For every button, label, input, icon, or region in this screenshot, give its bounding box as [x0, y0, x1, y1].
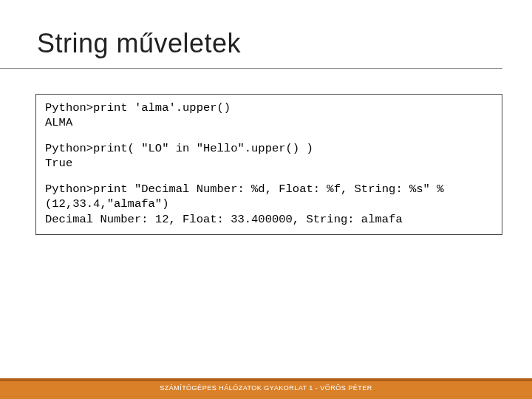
footer: SZÁMÍTÓGÉPES HÁLÓZATOK GYAKORLAT 1 - VÖR…	[0, 378, 532, 399]
code-line: Python>print 'alma'.upper()	[45, 100, 494, 115]
slide: String műveletek Python>print 'alma'.upp…	[0, 0, 532, 399]
code-line: Python>print "Decimal Number: %d, Float:…	[45, 182, 494, 212]
code-line: Python>print( "LO" in "Hello".upper() )	[45, 141, 494, 156]
code-line: Decimal Number: 12, Float: 33.400000, St…	[45, 212, 494, 227]
code-block-2: Python>print( "LO" in "Hello".upper() ) …	[45, 141, 494, 171]
code-line: ALMA	[45, 115, 494, 130]
code-line: True	[45, 156, 494, 171]
code-block-1: Python>print 'alma'.upper() ALMA	[45, 100, 494, 131]
slide-title: String műveletek	[0, 0, 502, 69]
footer-text: SZÁMÍTÓGÉPES HÁLÓZATOK GYAKORLAT 1 - VÖR…	[0, 384, 532, 392]
page-number: 1 3	[483, 382, 505, 395]
code-box: Python>print 'alma'.upper() ALMA Python>…	[35, 94, 502, 235]
code-block-3: Python>print "Decimal Number: %d, Float:…	[45, 182, 494, 227]
